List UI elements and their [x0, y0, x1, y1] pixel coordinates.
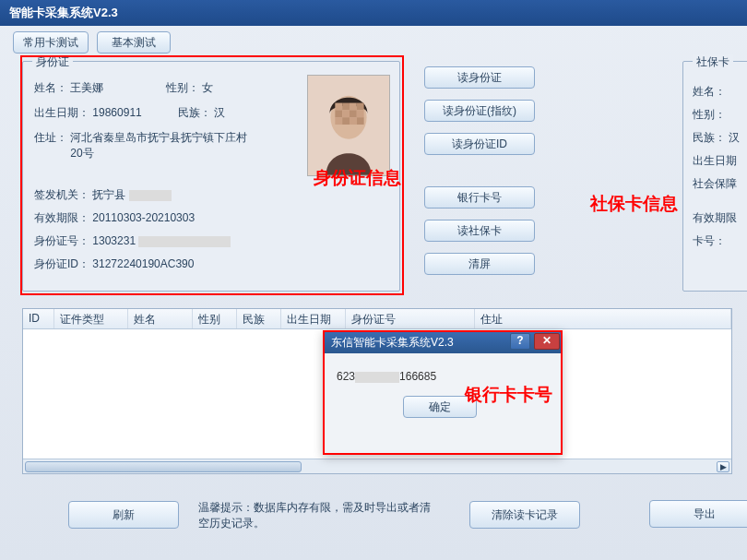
- refresh-button[interactable]: 刷新: [68, 501, 179, 529]
- export-button[interactable]: 导出: [649, 500, 747, 528]
- svg-rect-6: [335, 110, 342, 117]
- dialog-help-icon[interactable]: ?: [510, 333, 530, 350]
- ethnic-value: 汉: [214, 105, 225, 121]
- social-name-label: 姓名：: [693, 85, 726, 98]
- th-address[interactable]: 住址: [475, 309, 731, 328]
- window-titlebar: 智能卡采集系统V2.3: [0, 0, 747, 26]
- th-idno[interactable]: 身份证号: [346, 309, 475, 328]
- tip-label: 温馨提示：: [198, 501, 254, 514]
- th-gender[interactable]: 性别: [193, 309, 237, 328]
- id-photo: [307, 75, 390, 176]
- gender-label: 性别：: [166, 80, 199, 96]
- bank-card-number: 623166685: [337, 370, 549, 383]
- social-valid-label: 有效期限: [693, 211, 737, 224]
- th-dob[interactable]: 出生日期: [281, 309, 346, 328]
- dob-label: 出生日期：: [34, 105, 89, 121]
- clear-screen-button[interactable]: 清屏: [424, 253, 535, 275]
- read-social-card-button[interactable]: 读社保卡: [424, 220, 535, 242]
- idno-label: 身份证号：: [34, 233, 89, 249]
- svg-rect-8: [350, 110, 357, 117]
- read-id-id-button[interactable]: 读身份证ID: [424, 133, 535, 155]
- scrollbar-thumb[interactable]: [25, 461, 302, 472]
- social-card-legend: 社保卡: [693, 54, 733, 70]
- svg-rect-12: [350, 117, 357, 125]
- records-table-header: ID 证件类型 姓名 性别 民族 出生日期 身份证号 住址: [23, 309, 731, 329]
- th-ethnic[interactable]: 民族: [237, 309, 281, 328]
- common-card-test-button[interactable]: 常用卡测试: [13, 31, 89, 54]
- valid-value: 20110303-20210303: [92, 211, 195, 224]
- bank-card-number-prefix: 623: [337, 370, 355, 383]
- th-id[interactable]: ID: [23, 309, 54, 328]
- table-horizontal-scrollbar[interactable]: ▶: [23, 459, 731, 473]
- svg-rect-5: [357, 103, 364, 111]
- clear-records-button[interactable]: 清除读卡记录: [469, 501, 580, 529]
- bank-card-number-suffix: 166685: [399, 370, 436, 383]
- tip-text: 温馨提示：数据库内存有限，需及时导出或者清空历史记录。: [198, 500, 438, 531]
- address-label: 住址：: [34, 130, 67, 146]
- dialog-ok-button[interactable]: 确定: [403, 396, 477, 418]
- social-card-group: 社保卡 姓名： 性别： 民族： 汉 出生日期 社会保障 有效期限 卡号：: [682, 61, 747, 292]
- cardid-label: 身份证ID：: [34, 256, 89, 272]
- basic-test-button[interactable]: 基本测试: [97, 31, 171, 54]
- svg-rect-11: [342, 117, 350, 125]
- action-column: 读身份证 读身份证(指纹) 读身份证ID 银行卡号 读社保卡 清屏: [424, 66, 544, 286]
- svg-rect-13: [357, 117, 364, 125]
- idno-value-prefix: 1303231: [92, 234, 136, 247]
- svg-rect-3: [342, 103, 350, 111]
- ethnic-label: 民族：: [178, 105, 211, 121]
- dialog-close-icon[interactable]: ✕: [534, 333, 560, 350]
- issuer-redaction: [129, 190, 172, 201]
- bank-card-dialog: 东信智能卡采集系统V2.3 ? ✕ 623166685 确定: [323, 330, 563, 455]
- social-ethnic-label: 民族：: [693, 131, 726, 144]
- dialog-title: 东信智能卡采集系统V2.3: [331, 336, 454, 349]
- th-name[interactable]: 姓名: [128, 309, 193, 328]
- window-title: 智能卡采集系统V2.3: [9, 6, 118, 19]
- read-id-button[interactable]: 读身份证: [424, 66, 535, 89]
- valid-label: 有效期限：: [34, 210, 89, 226]
- bank-card-no-button[interactable]: 银行卡号: [424, 186, 535, 209]
- svg-rect-7: [342, 110, 350, 117]
- read-id-fingerprint-button[interactable]: 读身份证(指纹): [424, 100, 535, 122]
- svg-rect-2: [335, 103, 342, 111]
- bank-card-number-redaction: [355, 372, 399, 383]
- scroll-right-arrow-icon[interactable]: ▶: [717, 461, 729, 472]
- svg-rect-4: [350, 103, 357, 111]
- id-card-group: 身份证 姓名： 王美娜 性别： 女 出生日期： 19860911 民族： 汉 住…: [22, 61, 400, 292]
- dob-value: 19860911: [92, 106, 141, 119]
- svg-rect-10: [335, 117, 342, 125]
- cardid-value: 31272240190AC390: [92, 257, 194, 270]
- annotation-social-info: 社保卡信息: [590, 192, 678, 216]
- social-gender-label: 性别：: [693, 108, 726, 121]
- bottom-bar: 刷新 温馨提示：数据库内存有限，需及时导出或者清空历史记录。 清除读卡记录 导出: [0, 493, 747, 539]
- social-ethnic-value: 汉: [729, 131, 740, 144]
- dialog-titlebar[interactable]: 东信智能卡采集系统V2.3 ? ✕: [324, 331, 562, 353]
- idno-redaction: [138, 236, 231, 247]
- social-dob-label: 出生日期: [693, 154, 737, 167]
- issuer-label: 签发机关：: [34, 187, 89, 203]
- svg-rect-9: [357, 110, 364, 117]
- top-toolbar: 常用卡测试 基本测试: [0, 26, 747, 57]
- social-ssn-label: 社会保障: [693, 177, 737, 190]
- name-value: 王美娜: [70, 80, 103, 96]
- social-cardno-label: 卡号：: [693, 234, 726, 247]
- address-value: 河北省秦皇岛市抚宁县抚宁镇下庄村20号: [70, 130, 255, 161]
- th-card-type[interactable]: 证件类型: [54, 309, 128, 328]
- gender-value: 女: [202, 80, 213, 96]
- issuer-value: 抚宁县: [92, 187, 125, 203]
- name-label: 姓名：: [34, 80, 67, 96]
